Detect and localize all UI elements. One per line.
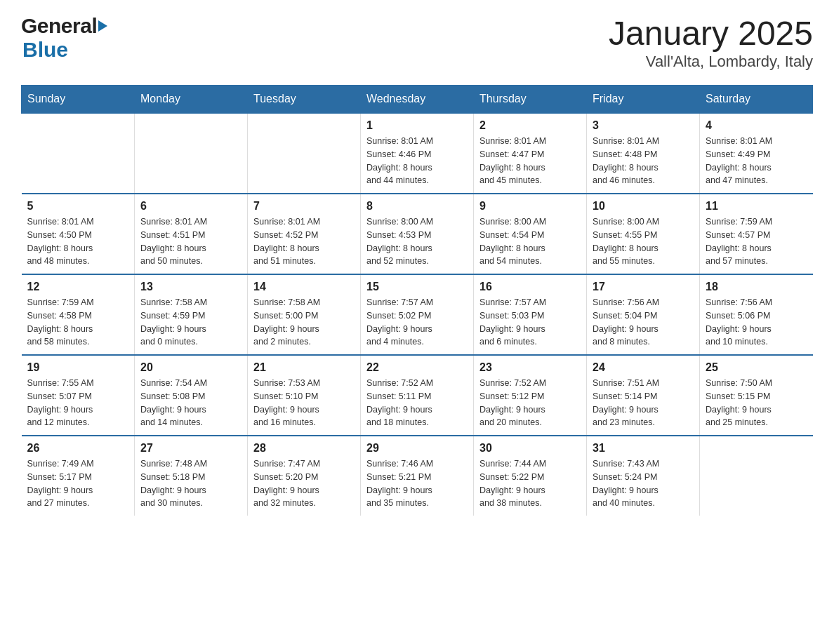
day-info: Sunrise: 7:46 AM Sunset: 5:21 PM Dayligh… [366,457,468,510]
day-info: Sunrise: 8:01 AM Sunset: 4:51 PM Dayligh… [140,215,241,268]
day-number: 7 [253,200,355,213]
day-number: 23 [479,361,581,374]
day-info: Sunrise: 7:43 AM Sunset: 5:24 PM Dayligh… [593,457,694,510]
calendar-cell: 21Sunrise: 7:53 AM Sunset: 5:10 PM Dayli… [248,355,361,436]
day-number: 18 [706,281,807,293]
day-number: 20 [140,361,241,374]
day-number: 11 [706,200,807,213]
day-header-tuesday: Tuesday [248,86,361,114]
logo-triangle-icon [98,20,107,32]
day-info: Sunrise: 7:58 AM Sunset: 4:59 PM Dayligh… [140,296,241,349]
calendar-cell: 17Sunrise: 7:56 AM Sunset: 5:04 PM Dayli… [587,274,700,355]
day-info: Sunrise: 8:00 AM Sunset: 4:55 PM Dayligh… [593,215,694,268]
calendar-cell: 25Sunrise: 7:50 AM Sunset: 5:15 PM Dayli… [700,355,813,436]
calendar-week-row: 1Sunrise: 8:01 AM Sunset: 4:46 PM Daylig… [22,113,813,194]
calendar-cell: 2Sunrise: 8:01 AM Sunset: 4:47 PM Daylig… [474,113,587,194]
day-number: 28 [253,442,355,455]
day-info: Sunrise: 7:58 AM Sunset: 5:00 PM Dayligh… [253,296,355,349]
day-header-thursday: Thursday [474,86,587,114]
day-info: Sunrise: 7:50 AM Sunset: 5:15 PM Dayligh… [706,377,807,429]
day-info: Sunrise: 8:01 AM Sunset: 4:46 PM Dayligh… [366,135,468,187]
logo: General Blue [21,14,107,62]
calendar-cell: 1Sunrise: 8:01 AM Sunset: 4:46 PM Daylig… [361,113,474,194]
day-info: Sunrise: 7:59 AM Sunset: 4:57 PM Dayligh… [706,215,807,268]
calendar-cell: 22Sunrise: 7:52 AM Sunset: 5:11 PM Dayli… [361,355,474,436]
day-number: 25 [706,361,807,374]
calendar-header-row: SundayMondayTuesdayWednesdayThursdayFrid… [22,86,813,114]
calendar-title: January 2025 [609,14,813,53]
day-info: Sunrise: 7:59 AM Sunset: 4:58 PM Dayligh… [27,296,129,349]
calendar-week-row: 19Sunrise: 7:55 AM Sunset: 5:07 PM Dayli… [22,355,813,436]
day-number: 24 [593,361,694,374]
calendar-cell: 3Sunrise: 8:01 AM Sunset: 4:48 PM Daylig… [587,113,700,194]
day-info: Sunrise: 7:53 AM Sunset: 5:10 PM Dayligh… [253,377,355,429]
calendar-cell: 10Sunrise: 8:00 AM Sunset: 4:55 PM Dayli… [587,194,700,274]
calendar-cell: 30Sunrise: 7:44 AM Sunset: 5:22 PM Dayli… [474,436,587,516]
day-number: 14 [253,281,355,293]
day-header-sunday: Sunday [22,86,135,114]
day-number: 30 [479,442,581,455]
day-number: 3 [593,119,694,132]
calendar-subtitle: Vall'Alta, Lombardy, Italy [609,53,813,71]
calendar-cell [22,113,135,194]
calendar-cell: 24Sunrise: 7:51 AM Sunset: 5:14 PM Dayli… [587,355,700,436]
day-info: Sunrise: 7:49 AM Sunset: 5:17 PM Dayligh… [27,457,129,510]
logo-general-text: General [21,14,97,38]
calendar-cell: 8Sunrise: 8:00 AM Sunset: 4:53 PM Daylig… [361,194,474,274]
day-header-saturday: Saturday [700,86,813,114]
calendar-cell: 16Sunrise: 7:57 AM Sunset: 5:03 PM Dayli… [474,274,587,355]
calendar-cell: 12Sunrise: 7:59 AM Sunset: 4:58 PM Dayli… [22,274,135,355]
day-number: 1 [366,119,468,132]
day-info: Sunrise: 7:44 AM Sunset: 5:22 PM Dayligh… [479,457,581,510]
calendar-cell: 6Sunrise: 8:01 AM Sunset: 4:51 PM Daylig… [135,194,248,274]
day-info: Sunrise: 7:56 AM Sunset: 5:06 PM Dayligh… [706,296,807,349]
logo-blue-text: Blue [22,38,68,62]
calendar-cell: 31Sunrise: 7:43 AM Sunset: 5:24 PM Dayli… [587,436,700,516]
calendar-cell: 13Sunrise: 7:58 AM Sunset: 4:59 PM Dayli… [135,274,248,355]
day-info: Sunrise: 7:55 AM Sunset: 5:07 PM Dayligh… [27,377,129,429]
day-info: Sunrise: 7:57 AM Sunset: 5:02 PM Dayligh… [366,296,468,349]
page-header: General Blue January 2025 Vall'Alta, Lom… [21,14,813,71]
day-info: Sunrise: 8:01 AM Sunset: 4:49 PM Dayligh… [706,135,807,187]
calendar-cell: 11Sunrise: 7:59 AM Sunset: 4:57 PM Dayli… [700,194,813,274]
day-number: 9 [479,200,581,213]
day-number: 26 [27,442,129,455]
calendar-cell: 14Sunrise: 7:58 AM Sunset: 5:00 PM Dayli… [248,274,361,355]
calendar-cell: 9Sunrise: 8:00 AM Sunset: 4:54 PM Daylig… [474,194,587,274]
day-number: 13 [140,281,241,293]
day-number: 12 [27,281,129,293]
calendar-cell: 27Sunrise: 7:48 AM Sunset: 5:18 PM Dayli… [135,436,248,516]
day-info: Sunrise: 7:52 AM Sunset: 5:11 PM Dayligh… [366,377,468,429]
day-number: 4 [706,119,807,132]
day-number: 21 [253,361,355,374]
day-header-monday: Monday [135,86,248,114]
calendar-week-row: 5Sunrise: 8:01 AM Sunset: 4:50 PM Daylig… [22,194,813,274]
day-header-wednesday: Wednesday [361,86,474,114]
day-info: Sunrise: 7:51 AM Sunset: 5:14 PM Dayligh… [593,377,694,429]
day-info: Sunrise: 7:56 AM Sunset: 5:04 PM Dayligh… [593,296,694,349]
day-number: 31 [593,442,694,455]
calendar-cell [135,113,248,194]
calendar-cell: 29Sunrise: 7:46 AM Sunset: 5:21 PM Dayli… [361,436,474,516]
day-info: Sunrise: 8:00 AM Sunset: 4:54 PM Dayligh… [479,215,581,268]
day-number: 2 [479,119,581,132]
title-block: January 2025 Vall'Alta, Lombardy, Italy [609,14,813,71]
day-info: Sunrise: 7:47 AM Sunset: 5:20 PM Dayligh… [253,457,355,510]
calendar-cell: 26Sunrise: 7:49 AM Sunset: 5:17 PM Dayli… [22,436,135,516]
day-number: 16 [479,281,581,293]
day-info: Sunrise: 8:01 AM Sunset: 4:48 PM Dayligh… [593,135,694,187]
calendar-table: SundayMondayTuesdayWednesdayThursdayFrid… [21,85,813,516]
day-info: Sunrise: 7:48 AM Sunset: 5:18 PM Dayligh… [140,457,241,510]
day-info: Sunrise: 8:01 AM Sunset: 4:52 PM Dayligh… [253,215,355,268]
calendar-cell: 23Sunrise: 7:52 AM Sunset: 5:12 PM Dayli… [474,355,587,436]
day-number: 6 [140,200,241,213]
day-info: Sunrise: 8:01 AM Sunset: 4:47 PM Dayligh… [479,135,581,187]
calendar-cell: 4Sunrise: 8:01 AM Sunset: 4:49 PM Daylig… [700,113,813,194]
day-info: Sunrise: 7:52 AM Sunset: 5:12 PM Dayligh… [479,377,581,429]
calendar-cell: 28Sunrise: 7:47 AM Sunset: 5:20 PM Dayli… [248,436,361,516]
calendar-cell: 5Sunrise: 8:01 AM Sunset: 4:50 PM Daylig… [22,194,135,274]
calendar-cell: 19Sunrise: 7:55 AM Sunset: 5:07 PM Dayli… [22,355,135,436]
calendar-cell [248,113,361,194]
day-number: 29 [366,442,468,455]
day-number: 5 [27,200,129,213]
